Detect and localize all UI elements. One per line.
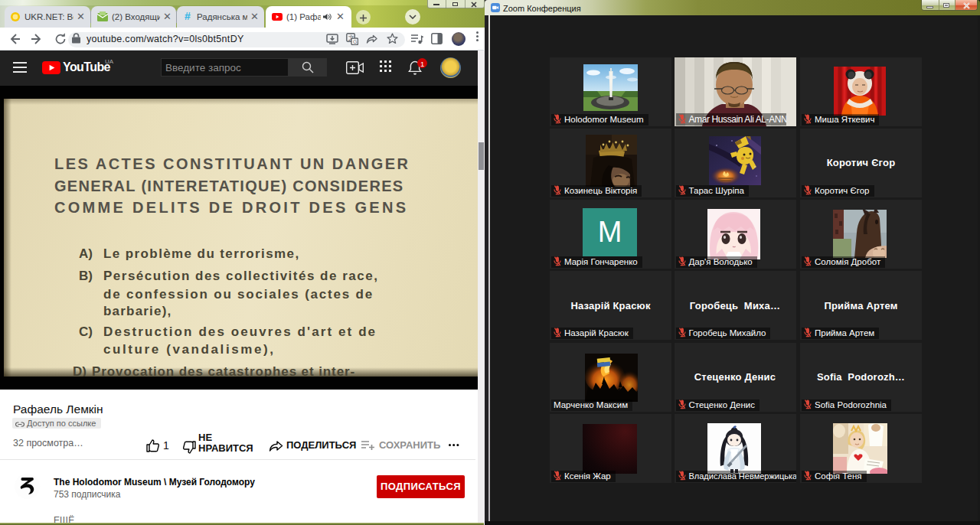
svg-text:G: G: [353, 39, 357, 44]
